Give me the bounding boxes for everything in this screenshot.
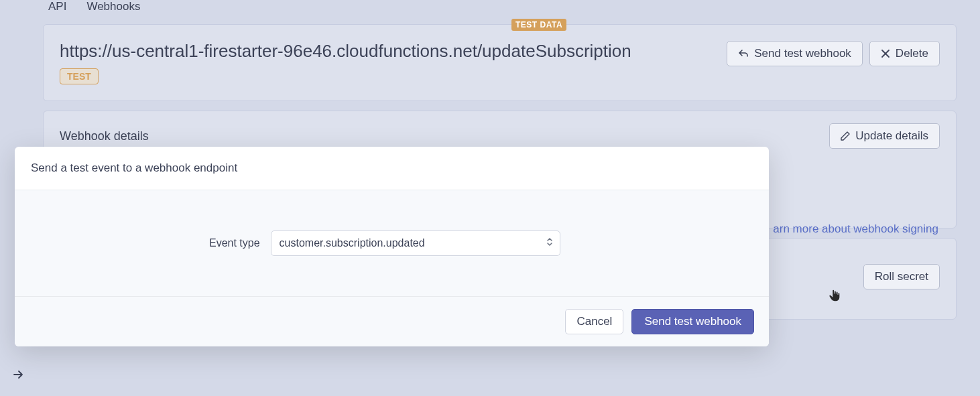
webhook-url: https://us-central1-firestarter-96e46.cl…	[60, 41, 631, 62]
update-details-label: Update details	[855, 129, 928, 143]
cancel-button[interactable]: Cancel	[565, 309, 623, 334]
delete-button[interactable]: Delete	[869, 41, 940, 66]
tab-api[interactable]: API	[48, 0, 66, 13]
event-type-select[interactable]: customer.subscription.updated	[271, 230, 560, 256]
tab-bar: API Webhooks	[0, 0, 980, 20]
event-type-label: Event type	[209, 237, 260, 249]
webhook-header-card: TEST DATA https://us-central1-firestarte…	[43, 24, 957, 101]
update-details-button[interactable]: Update details	[829, 123, 940, 149]
send-test-event-modal: Send a test event to a webhook endpoint …	[15, 147, 769, 346]
send-test-webhook-button[interactable]: Send test webhook	[727, 41, 863, 66]
test-data-badge: TEST DATA	[511, 19, 566, 31]
send-test-webhook-label: Send test webhook	[754, 47, 851, 60]
test-mode-badge: TEST	[60, 68, 99, 84]
tab-webhooks[interactable]: Webhooks	[86, 0, 140, 13]
roll-secret-label: Roll secret	[875, 270, 928, 283]
delete-label: Delete	[896, 47, 928, 60]
pencil-icon	[841, 131, 850, 141]
arrow-right-icon[interactable]	[12, 369, 24, 384]
modal-title: Send a test event to a webhook endpoint	[15, 147, 769, 190]
close-icon	[881, 49, 890, 58]
roll-secret-button[interactable]: Roll secret	[863, 264, 940, 289]
submit-send-test-webhook-button[interactable]: Send test webhook	[631, 309, 754, 334]
learn-more-link[interactable]: arn more about webhook signing	[773, 222, 938, 236]
reply-icon	[738, 48, 749, 59]
details-title: Webhook details	[60, 129, 149, 143]
